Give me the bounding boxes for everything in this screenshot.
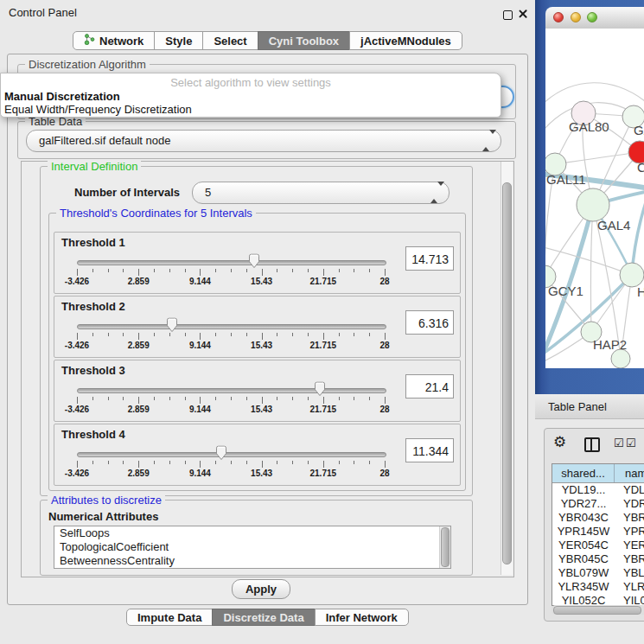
dropdown-hint: Select algorithm to view settings xyxy=(1,76,501,89)
slider-thumb[interactable] xyxy=(313,381,327,397)
checkbox-icon[interactable]: ☑ xyxy=(614,437,624,450)
tick-mark xyxy=(123,333,124,336)
table-data-combobox[interactable]: galFiltered.sif default node xyxy=(26,130,501,152)
split-columns-icon[interactable] xyxy=(584,437,600,452)
cell-name: YLR3 xyxy=(615,580,644,594)
threshold-value-field[interactable]: 11.344 xyxy=(405,438,454,462)
cell-name: YBL0 xyxy=(615,566,644,580)
slider-track[interactable] xyxy=(77,260,386,265)
tick-mark xyxy=(339,461,340,464)
network-canvas[interactable]: GAL80GACGAL11GAL4GCY1HHAP2 xyxy=(545,29,644,368)
list-item-selfloops[interactable]: SelfLoops xyxy=(54,526,450,540)
table-header-row[interactable]: shared... name xyxy=(552,464,644,483)
table-row[interactable]: YLR345WYLR3 xyxy=(552,580,644,594)
horizontal-scrollbar[interactable] xyxy=(552,605,644,615)
list-item-betweennesscentrality[interactable]: BetweennessCentrality xyxy=(54,554,450,568)
tick-mark xyxy=(369,397,370,400)
cell-shared-name: YBR045C xyxy=(552,552,615,566)
close-icon[interactable] xyxy=(517,8,528,19)
bottom-tab-infer-network[interactable]: Infer Network xyxy=(315,609,409,626)
network-window-titlebar[interactable] xyxy=(545,7,644,29)
tick-mark xyxy=(277,461,277,464)
tab-label: Style xyxy=(165,35,192,48)
tab-jactivemnodules[interactable]: jActiveMNodules xyxy=(349,31,462,50)
scrollbar-thumb[interactable] xyxy=(441,527,450,567)
table-row[interactable]: YBL079WYBL0 xyxy=(552,566,644,580)
tick-label: 9.144 xyxy=(189,405,211,414)
tick-mark xyxy=(369,269,370,272)
tick-mark xyxy=(354,461,354,464)
attributes-list[interactable]: SelfLoopsTopologicalCoefficientBetweenne… xyxy=(54,526,451,569)
column-header-shared-name[interactable]: shared... xyxy=(552,464,615,482)
float-window-icon[interactable] xyxy=(503,10,513,20)
scrollbar-thumb[interactable] xyxy=(553,606,641,615)
table-row[interactable]: YER054CYER0 xyxy=(552,539,644,552)
zoom-traffic-light-icon[interactable] xyxy=(587,12,597,22)
slider-track[interactable] xyxy=(77,452,386,457)
network-node-label: GAL11 xyxy=(546,172,586,187)
tick-mark xyxy=(385,269,386,276)
minimize-traffic-light-icon[interactable] xyxy=(571,12,581,22)
tab-network[interactable]: Network xyxy=(73,31,155,50)
tick-mark xyxy=(277,269,277,272)
group-title: Interval Definition xyxy=(48,160,141,173)
slider-thumb[interactable] xyxy=(214,445,228,461)
scrollbar-thumb[interactable] xyxy=(502,182,512,564)
tick-mark xyxy=(354,333,354,336)
algorithm-option-equal-width-frequency-discretization[interactable]: Equal Width/Frequency Discretization xyxy=(4,103,192,116)
tick-mark xyxy=(77,397,78,404)
tick-mark xyxy=(169,269,170,272)
tick-mark xyxy=(77,333,78,340)
bottom-tab-discretize-data[interactable]: Discretize Data xyxy=(212,609,315,626)
threshold-label: Threshold 1 xyxy=(61,236,125,249)
tick-mark xyxy=(231,397,232,400)
tab-style[interactable]: Style xyxy=(154,31,203,50)
bottom-tab-impute-data[interactable]: Impute Data xyxy=(126,609,213,626)
list-scrollbar[interactable] xyxy=(439,526,450,568)
threshold-panel-4: Threshold 4-3.4262.8599.14415.4321.71528… xyxy=(54,424,461,486)
vertical-scrollbar[interactable] xyxy=(501,162,513,575)
threshold-value-field[interactable]: 14.713 xyxy=(405,246,454,271)
slider-track[interactable] xyxy=(77,388,386,393)
cell-shared-name: YBL079W xyxy=(552,566,615,580)
network-node-gal4[interactable] xyxy=(577,188,609,221)
column-header-name[interactable]: name xyxy=(615,464,644,482)
node-table[interactable]: shared... name YDL19...YDL1YDR27...YDR2Y… xyxy=(552,463,644,606)
close-traffic-light-icon[interactable] xyxy=(553,12,564,22)
tick-mark xyxy=(108,461,109,464)
tick-mark xyxy=(308,461,309,464)
network-node[interactable] xyxy=(611,349,630,368)
tick-mark xyxy=(77,461,78,468)
tick-mark xyxy=(200,461,201,468)
table-row[interactable]: YPR145WYPR1 xyxy=(552,525,644,539)
network-node-h[interactable] xyxy=(620,263,644,287)
network-icon xyxy=(84,34,95,48)
slider-thumb[interactable] xyxy=(165,317,179,333)
tick-label: 21.715 xyxy=(310,469,337,478)
table-row[interactable]: YDR27...YDR2 xyxy=(552,497,644,511)
algorithm-option-manual-discretization[interactable]: Manual Discretization xyxy=(4,90,120,103)
slider-thumb[interactable] xyxy=(247,253,261,269)
threshold-value-field[interactable]: 6.316 xyxy=(405,310,454,335)
tick-mark xyxy=(138,461,139,468)
threshold-value-field[interactable]: 21.4 xyxy=(405,374,454,399)
table-row[interactable]: YDL19...YDL1 xyxy=(552,483,644,497)
number-of-intervals-combobox[interactable]: 5 xyxy=(192,182,450,204)
table-row[interactable]: YBR045CYBR0 xyxy=(552,552,644,566)
tab-label: Cyni Toolbox xyxy=(269,35,339,48)
apply-button[interactable]: Apply xyxy=(232,579,290,599)
tab-select[interactable]: Select xyxy=(202,31,258,50)
tab-cyni-toolbox[interactable]: Cyni Toolbox xyxy=(258,31,350,50)
table-row[interactable]: YBR043CYBR0 xyxy=(552,511,644,525)
network-edge[interactable] xyxy=(555,152,640,164)
slider-track[interactable] xyxy=(77,324,386,329)
tick-mark xyxy=(185,333,186,336)
table-row[interactable]: YIL052CYIL0 xyxy=(552,594,644,606)
gear-icon[interactable]: ⚙ xyxy=(553,433,566,451)
tick-mark xyxy=(292,461,293,464)
list-item-topologicalcoefficient[interactable]: TopologicalCoefficient xyxy=(54,540,450,554)
cell-name: YDR2 xyxy=(615,497,644,511)
tick-mark xyxy=(169,461,170,464)
checkbox-icon[interactable]: ☑ xyxy=(626,437,636,450)
tick-mark xyxy=(308,397,309,400)
